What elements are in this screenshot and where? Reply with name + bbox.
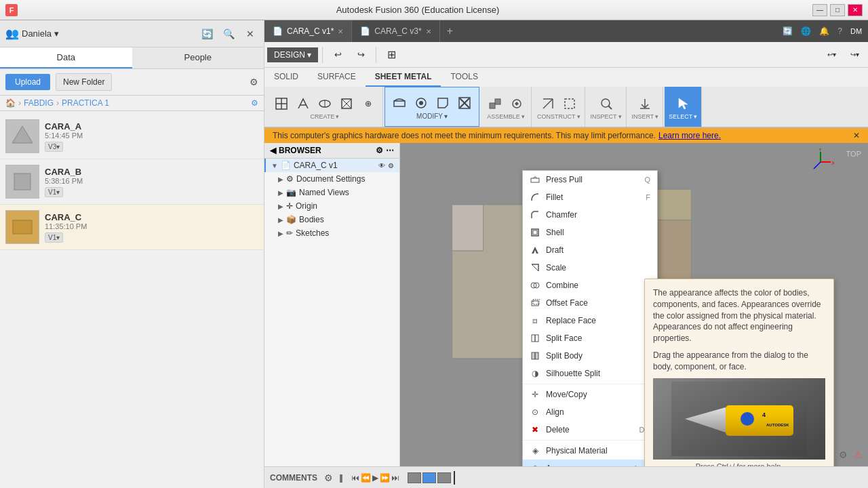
menu-item-split-face[interactable]: Split Face xyxy=(523,329,657,347)
menu-item-move-copy[interactable]: ✛ Move/Copy M xyxy=(523,386,657,403)
create-icon-5[interactable]: ⊕ xyxy=(358,94,378,113)
close-panel-button[interactable]: ✕ xyxy=(242,26,258,42)
menu-item-offset-face[interactable]: Offset Face xyxy=(523,294,657,312)
tab-people[interactable]: People xyxy=(132,47,264,68)
next-button[interactable]: ⏩ xyxy=(380,473,390,483)
modify-icon-3[interactable] xyxy=(433,94,453,113)
viewport[interactable]: TOP X Y xyxy=(400,143,868,466)
menu-item-appearance[interactable]: ◉ Appearance A ⋯ xyxy=(523,460,657,466)
assemble-icon-2[interactable] xyxy=(507,94,527,113)
select-label[interactable]: SELECT ▾ xyxy=(669,113,697,120)
file-version[interactable]: V1▾ xyxy=(45,232,63,243)
breadcrumb-practica[interactable]: PRACTICA 1 xyxy=(62,98,109,108)
browser-item-origin[interactable]: ▶ ✛ Origin xyxy=(264,199,399,213)
create-icon-4[interactable] xyxy=(336,94,357,113)
settings-icon[interactable]: ⚙ xyxy=(250,77,258,87)
maximize-button[interactable]: □ xyxy=(830,4,845,16)
menu-item-fillet[interactable]: Fillet F xyxy=(523,188,657,206)
menu-item-scale[interactable]: Scale xyxy=(523,259,657,277)
warning-close-button[interactable]: ✕ xyxy=(853,131,860,140)
inspect-icon-1[interactable] xyxy=(596,94,616,113)
refresh-tab-button[interactable]: 🔄 xyxy=(780,25,795,37)
modify-icon-2[interactable] xyxy=(411,94,431,113)
browser-item-sketches[interactable]: ▶ ✏ Sketches xyxy=(264,226,399,240)
menu-item-chamfer[interactable]: Chamfer xyxy=(523,206,657,224)
tab-cara-c-v3[interactable]: 📄 CARA_C v3* ✕ xyxy=(352,20,439,42)
design-button[interactable]: DESIGN ▾ xyxy=(267,47,318,62)
select-icon-1[interactable] xyxy=(673,94,693,113)
modify-icon-4[interactable] xyxy=(454,94,475,113)
breadcrumb-settings-icon[interactable]: ⚙ xyxy=(251,98,258,108)
tab-close-icon[interactable]: ✕ xyxy=(426,28,431,35)
learn-more-link[interactable]: Learn more here. xyxy=(658,131,721,140)
list-item[interactable]: CARA_C 11:35:10 PM V1▾ xyxy=(0,205,264,250)
web-button[interactable]: 🌐 xyxy=(798,25,814,37)
assemble-label[interactable]: ASSEMBLE ▾ xyxy=(487,113,525,120)
refresh-button[interactable]: 🔄 xyxy=(199,26,215,42)
play-button[interactable]: ▶ xyxy=(372,473,378,483)
menu-item-replace-face[interactable]: ⧈ Replace Face xyxy=(523,312,657,329)
browser-item-cara-c[interactable]: ▼ 📄 CARA_C v1 👁 ⚙ xyxy=(264,159,399,172)
undo-button[interactable]: ↩ xyxy=(327,44,349,66)
tab-surface[interactable]: SURFACE xyxy=(308,68,366,87)
inspect-label[interactable]: INSPECT ▾ xyxy=(591,113,622,120)
viewport-settings-icon[interactable]: ⚙ xyxy=(839,449,848,461)
notifications-button[interactable]: 🔔 xyxy=(816,25,832,37)
settings-icon[interactable]: ⚙ xyxy=(388,162,394,169)
menu-item-shell[interactable]: Shell xyxy=(523,224,657,241)
tab-sheet-metal[interactable]: SHEET METAL xyxy=(366,68,441,87)
menu-item-press-pull[interactable]: Press Pull Q xyxy=(523,171,657,188)
redo-list-button[interactable]: ↪▾ xyxy=(844,44,865,66)
assemble-icon-1[interactable] xyxy=(485,94,505,113)
timeline-box[interactable] xyxy=(422,472,436,483)
modify-label[interactable]: MODIFY ▾ xyxy=(416,113,448,120)
browser-item-named-views[interactable]: ▶ 📷 Named Views xyxy=(264,186,399,199)
construct-label[interactable]: CONSTRUCT ▾ xyxy=(537,113,580,120)
help-button[interactable]: ? xyxy=(835,25,845,37)
comments-expand-icon[interactable]: ‖ xyxy=(339,473,343,483)
home-icon[interactable]: 🏠 xyxy=(5,98,16,108)
grid-view-button[interactable]: ⊞ xyxy=(380,44,402,66)
undo-list-button[interactable]: ↩▾ xyxy=(821,44,842,66)
insert-label[interactable]: INSERT ▾ xyxy=(632,113,659,120)
comments-settings-icon[interactable]: ⚙ xyxy=(320,470,336,486)
browser-item-bodies[interactable]: ▶ 📦 Bodies xyxy=(264,213,399,226)
file-version[interactable]: V1▾ xyxy=(45,187,63,197)
create-icon-3[interactable] xyxy=(315,94,335,113)
create-icon-2[interactable] xyxy=(293,94,313,113)
tab-solid[interactable]: SOLID xyxy=(264,68,308,87)
visibility-icon[interactable]: 👁 xyxy=(378,162,385,169)
browser-settings-icon[interactable]: ⚙ xyxy=(376,146,383,155)
browser-more-icon[interactable]: ⋯ xyxy=(386,146,394,155)
list-item[interactable]: CARA_A 5:14:45 PM V3▾ xyxy=(0,114,264,159)
new-folder-button[interactable]: New Folder xyxy=(56,73,112,91)
menu-item-delete[interactable]: ✖ Delete Del xyxy=(523,421,657,439)
search-button[interactable]: 🔍 xyxy=(220,26,237,42)
browser-header[interactable]: ◀ BROWSER ⚙ ⋯ xyxy=(264,143,399,159)
modify-icon-1[interactable] xyxy=(389,94,410,113)
construct-icon-1[interactable] xyxy=(538,94,558,113)
timeline-box[interactable] xyxy=(437,472,451,483)
redo-button[interactable]: ↪ xyxy=(350,44,372,66)
skip-start-button[interactable]: ⏮ xyxy=(351,473,359,483)
timeline-box[interactable] xyxy=(408,472,421,483)
file-version[interactable]: V3▾ xyxy=(45,142,63,152)
menu-item-silhouette-split[interactable]: ◑ Silhouette Split xyxy=(523,365,657,382)
create-label[interactable]: CREATE ▾ xyxy=(311,113,340,120)
skip-end-button[interactable]: ⏭ xyxy=(391,473,399,483)
minimize-button[interactable]: — xyxy=(812,4,827,16)
tab-cara-c-v1[interactable]: 📄 CARA_C v1* ✕ xyxy=(264,20,352,42)
profile-button[interactable]: DM xyxy=(848,23,864,39)
browser-item-doc-settings[interactable]: ▶ ⚙ Document Settings xyxy=(264,172,399,186)
create-icon-1[interactable] xyxy=(271,94,292,113)
construct-icon-2[interactable] xyxy=(559,94,580,113)
tab-data[interactable]: Data xyxy=(0,47,132,68)
list-item[interactable]: CARA_B 5:38:16 PM V1▾ xyxy=(0,159,264,205)
menu-item-draft[interactable]: Draft xyxy=(523,241,657,259)
add-tab-button[interactable]: + xyxy=(440,25,460,37)
close-button[interactable]: ✕ xyxy=(848,4,863,16)
upload-button[interactable]: Upload xyxy=(5,74,50,90)
prev-button[interactable]: ⏪ xyxy=(361,473,371,483)
menu-item-align[interactable]: ⊙ Align xyxy=(523,403,657,421)
tab-close-icon[interactable]: ✕ xyxy=(338,28,343,35)
